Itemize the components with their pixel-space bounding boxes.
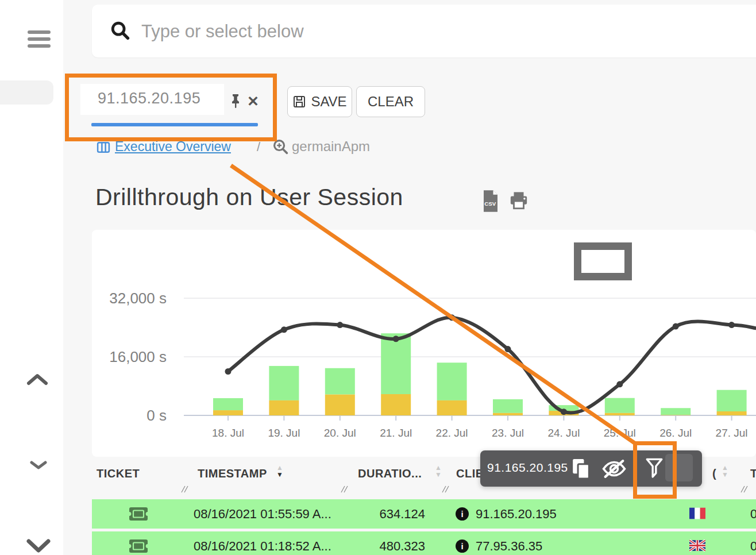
table-row[interactable]: 08/16/2021 01:55:59 A... 634.124 i 91.16… <box>92 499 756 529</box>
extra-cell: 0 <box>750 531 756 555</box>
scroll-down-icon[interactable] <box>26 538 51 554</box>
col-next-partial[interactable]: T <box>750 467 756 480</box>
col-timestamp[interactable]: TIMESTAMP <box>198 467 267 480</box>
table-row[interactable]: 08/16/2021 01:18:52 A... 480.323 i 77.95… <box>92 531 756 555</box>
svg-text:23. Jul: 23. Jul <box>492 427 524 439</box>
sort-duration[interactable]: ▲ ▼ <box>435 465 442 479</box>
tooltip-value: 91.165.20.195 <box>487 461 568 475</box>
svg-text:26. Jul: 26. Jul <box>659 427 692 439</box>
close-icon[interactable]: ✕ <box>247 93 259 110</box>
search-input[interactable] <box>140 17 717 46</box>
print-icon[interactable] <box>509 192 529 210</box>
scroll-up-icon[interactable] <box>26 372 48 386</box>
search-bar <box>92 5 756 57</box>
scroll-down-small-icon[interactable] <box>30 460 47 470</box>
svg-text:CSV: CSV <box>484 201 496 207</box>
clear-button[interactable]: CLEAR <box>356 86 425 117</box>
svg-text:24. Jul: 24. Jul <box>547 427 580 439</box>
pin-icon[interactable] <box>229 93 242 109</box>
col-ticket[interactable]: TICKET <box>97 467 140 480</box>
svg-text:32,000 s: 32,000 s <box>109 290 167 307</box>
svg-text:21. Jul: 21. Jul <box>380 427 412 439</box>
svg-text:25. Jul: 25. Jul <box>604 427 636 439</box>
svg-text:22. Jul: 22. Jul <box>436 427 468 439</box>
sort-desc-icon: ▼ <box>435 472 442 479</box>
breadcrumb-separator: / <box>257 140 260 155</box>
copy-icon[interactable] <box>571 457 592 480</box>
filter-icon[interactable] <box>645 456 664 480</box>
svg-text:16,000 s: 16,000 s <box>109 348 167 365</box>
save-label: SAVE <box>311 94 346 110</box>
sidebar-active-indicator <box>0 80 53 105</box>
info-icon[interactable]: i <box>456 507 469 521</box>
sort-country[interactable]: ▲ ▼ <box>722 465 728 479</box>
sort-desc-icon: ▼ <box>722 472 728 479</box>
clear-label: CLEAR <box>368 94 414 110</box>
ticket-icon <box>129 539 148 553</box>
flag-uk-icon <box>689 539 705 552</box>
tooltip-extra-button[interactable] <box>665 454 693 481</box>
column-resize-handle[interactable] <box>339 484 348 494</box>
client-ip-cell: 91.165.20.195 <box>476 499 557 529</box>
page-title: Drillthrough on User Session <box>95 184 403 211</box>
search-icon <box>110 21 130 40</box>
export-csv-icon[interactable]: CSV <box>482 190 499 212</box>
value-tooltip: 91.165.20.195 <box>480 450 702 487</box>
svg-text:0 s: 0 s <box>146 407 167 424</box>
column-resize-handle[interactable] <box>440 484 449 494</box>
zoom-in-icon <box>272 138 289 155</box>
extra-cell: 0 <box>750 499 756 529</box>
sort-desc-icon: ▼ <box>276 472 283 479</box>
duration-cell: 634.124 <box>356 499 425 529</box>
svg-text:19. Jul: 19. Jul <box>268 427 300 439</box>
svg-text:27. Jul: 27. Jul <box>716 427 748 439</box>
chart-card: 0 s16,000 s32,000 s18. Jul19. Jul20. Jul… <box>92 230 756 457</box>
breadcrumb-dashboard-link[interactable]: Executive Overview <box>115 139 231 155</box>
sidebar <box>0 0 63 555</box>
column-resize-handle[interactable] <box>179 484 188 494</box>
svg-text:18. Jul: 18. Jul <box>212 427 244 439</box>
flag-france-icon <box>689 507 705 519</box>
timestamp-cell: 08/16/2021 01:55:59 A... <box>194 499 331 529</box>
info-icon[interactable]: i <box>456 539 469 553</box>
legend-placeholder-box <box>574 242 632 280</box>
filter-chip[interactable]: 91.165.20.195 <box>80 84 224 115</box>
client-ip-cell: 77.95.36.35 <box>476 531 542 555</box>
save-button[interactable]: SAVE <box>287 86 352 117</box>
column-resize-handle[interactable] <box>739 484 748 494</box>
col-duration[interactable]: DURATIO... <box>358 467 422 480</box>
duration-cell: 480.323 <box>356 531 425 555</box>
sort-timestamp[interactable]: ▲ ▼ <box>276 465 283 479</box>
col-country-partial[interactable]: ( <box>712 467 716 480</box>
ticket-icon <box>129 507 148 521</box>
svg-text:20. Jul: 20. Jul <box>324 427 356 439</box>
filter-chip-value: 91.165.20.195 <box>98 90 200 107</box>
hide-eye-off-icon[interactable] <box>601 457 627 480</box>
dashboard-columns-icon <box>96 140 111 155</box>
session-chart: 0 s16,000 s32,000 s18. Jul19. Jul20. Jul… <box>92 230 756 457</box>
breadcrumb-current: germainApm <box>292 138 370 155</box>
app-root: 91.165.20.195 ✕ SAVE CLEAR Executive Ove… <box>0 0 756 555</box>
menu-icon[interactable] <box>28 30 51 51</box>
timestamp-cell: 08/16/2021 01:18:52 A... <box>194 531 331 555</box>
filter-underline <box>91 123 258 126</box>
save-icon <box>292 95 306 109</box>
